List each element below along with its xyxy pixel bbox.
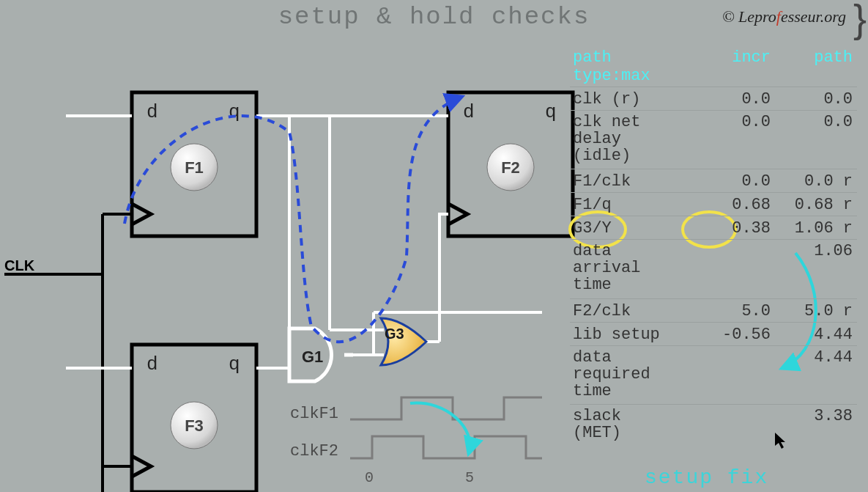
svg-text:q: q — [229, 353, 240, 375]
tick-5: 5 — [465, 469, 474, 486]
row-incr: 5.0 — [711, 302, 776, 320]
row-label: lib setup — [570, 326, 709, 344]
svg-text:G1: G1 — [302, 348, 323, 366]
table-row: lib setup-0.564.44 — [570, 323, 857, 346]
row-path: 4.44 — [778, 349, 858, 366]
row-label: G3/Y — [570, 219, 709, 238]
row-path: 0.68 r — [778, 196, 858, 214]
row-path: 4.44 — [778, 326, 858, 344]
svg-text:d: d — [146, 353, 158, 375]
table-row: clk netdelay(idle)0.00.0 — [570, 111, 857, 169]
row-label: clk netdelay(idle) — [570, 114, 709, 164]
waveform-relation-arrow — [410, 403, 470, 453]
waveform-clkf2 — [350, 436, 542, 458]
svg-text:d: d — [146, 101, 158, 123]
row-label: dataarrivaltime — [570, 243, 709, 293]
table-header-row: path type:max incr path — [570, 45, 857, 87]
row-incr: 0.0 — [711, 90, 776, 109]
row-label: datarequiredtime — [570, 349, 709, 400]
row-label: clk (r) — [570, 90, 709, 109]
svg-text:q: q — [229, 101, 240, 123]
row-label: F1/clk — [570, 172, 709, 191]
flipflop-f3: F3 d q — [66, 345, 256, 492]
and-gate-g1: G1 — [289, 328, 353, 381]
row-path: 1.06 r — [778, 219, 858, 238]
table-row: F1/q0.680.68 r — [570, 193, 857, 216]
table-row: clk (r)0.00.0 — [570, 87, 857, 111]
row-path: 0.0 — [778, 90, 858, 109]
table-row: F1/clk0.00.0 r — [570, 169, 857, 193]
tick-0: 0 — [365, 469, 374, 486]
svg-text:G3: G3 — [385, 326, 404, 342]
clkf1-label: clkF1 — [290, 405, 338, 423]
svg-text:F2: F2 — [501, 158, 520, 177]
svg-text:q: q — [545, 101, 557, 123]
table-row: slack(MET)3.38 — [570, 405, 857, 446]
row-incr: -0.56 — [711, 326, 776, 344]
row-path: 5.0 r — [778, 302, 858, 320]
row-incr: 0.0 — [711, 172, 776, 191]
row-path: 1.06 — [778, 243, 858, 260]
row-label: F2/clk — [570, 302, 709, 320]
row-label: F1/q — [570, 196, 709, 214]
row-path: 3.38 — [778, 408, 858, 425]
datapath-arrow — [125, 97, 461, 342]
row-path: 0.0 — [778, 114, 858, 131]
table-row: F2/clk5.05.0 r — [570, 299, 857, 323]
timing-report-table: path type:max incr path clk (r)0.00.0clk… — [570, 45, 857, 446]
table-row: G3/Y0.381.06 r — [570, 216, 857, 240]
svg-text:d: d — [463, 101, 475, 123]
clkf2-label: clkF2 — [290, 442, 338, 460]
row-incr: 0.38 — [711, 219, 776, 238]
table-row: dataarrivaltime1.06 — [570, 240, 857, 298]
setup-fix-caption: setup fix — [645, 466, 768, 489]
svg-text:F1: F1 — [185, 158, 204, 177]
row-path: 0.0 r — [778, 172, 858, 191]
row-incr: 0.68 — [711, 196, 776, 214]
flipflop-f1: F1 d q — [66, 92, 256, 236]
svg-text:F3: F3 — [185, 416, 204, 435]
flipflop-f2: F2 d q — [448, 92, 573, 236]
row-incr: 0.0 — [711, 114, 776, 131]
waveform-clkf1 — [350, 397, 542, 419]
table-row: datarequiredtime4.44 — [570, 346, 857, 405]
or-gate-g3: G3 — [381, 318, 426, 365]
row-label: slack(MET) — [570, 408, 709, 441]
